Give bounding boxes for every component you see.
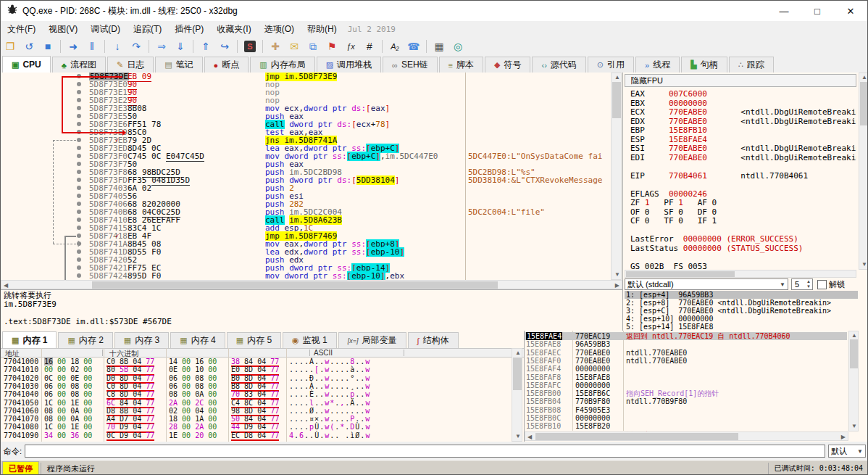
functions-icon[interactable]: ƒx: [342, 38, 359, 54]
unlock-checkbox[interactable]: [817, 280, 827, 289]
breakpoint-dot-icon[interactable]: [77, 257, 81, 262]
stack-row[interactable]: 15E8FB08F45905E3: [525, 406, 847, 414]
menu-3[interactable]: 追踪(T): [127, 21, 168, 38]
scroll-up-arrow[interactable]: ▲: [861, 75, 867, 80]
dump-row[interactable]: 7704101000 00 02 0080 5B 04 770E 00 10 0…: [1, 365, 511, 373]
dump-tab-内存 3[interactable]: ▦内存 3: [114, 332, 169, 348]
stack-row[interactable]: 15E8FAE896A59BB3: [525, 340, 847, 348]
step-out-icon[interactable]: ⇑: [197, 38, 214, 54]
breakpoint-dot-icon[interactable]: [77, 234, 81, 238]
scroll-right-arrow[interactable]: ▶: [615, 283, 619, 289]
run-to-user-code-icon[interactable]: ↪: [216, 38, 233, 54]
breakpoint-dot-icon[interactable]: [77, 249, 81, 254]
disassembly-pane[interactable]: 5D8F73DE✓EB 09jmp im.5D8F73E95D8F73E090n…: [1, 73, 623, 331]
tab-笔记[interactable]: ▤笔记: [155, 57, 202, 73]
dump-vscrollbar[interactable]: ▲ ▼: [512, 348, 522, 442]
tab-日志[interactable]: ✎日志: [107, 57, 154, 73]
comments-icon[interactable]: ✉: [285, 38, 303, 54]
disasm-row[interactable]: 5D8F7424895D F0mov dword ptr ss:[ebp-10]…: [1, 272, 611, 280]
argument-row[interactable]: 1: [esp+4] 96A59BB3: [625, 291, 858, 299]
regs-vscrollbar[interactable]: ▲ ▼: [859, 73, 868, 270]
scroll-down-arrow[interactable]: ▼: [614, 272, 620, 278]
tab-源代码[interactable]: ‹›源代码: [532, 57, 585, 73]
command-input[interactable]: [25, 445, 825, 458]
menu-7[interactable]: 帮助(H): [301, 21, 343, 38]
breakpoint-dot-icon[interactable]: [77, 178, 81, 182]
argument-row[interactable]: 2: [esp+8] 770EABE0 <ntdll.DbgUiRemoteBr…: [625, 299, 858, 307]
stop-icon[interactable]: ■: [39, 38, 57, 54]
menu-6[interactable]: 选项(O): [258, 21, 301, 38]
breakpoint-dot-icon[interactable]: [77, 106, 81, 110]
tab-符号[interactable]: ◆符号: [485, 57, 530, 73]
bookmarks-icon[interactable]: ⚑: [323, 38, 341, 54]
menu-0[interactable]: 文件(F): [1, 21, 42, 38]
tab-脚本[interactable]: ≡脚本: [439, 57, 483, 73]
disasm-vscrollbar[interactable]: ▲ ▼: [611, 73, 622, 280]
pause-icon[interactable]: ‖: [83, 38, 101, 54]
stack-vscrollbar[interactable]: ▲ ▼: [848, 331, 859, 431]
strings-icon[interactable]: A₂: [386, 38, 404, 54]
dump-tab-内存 5[interactable]: ▦内存 5: [227, 332, 281, 348]
breakpoint-dot-icon[interactable]: [77, 154, 81, 158]
stack-row[interactable]: 15E8FAFC00000000: [525, 381, 847, 389]
stack-pane[interactable]: 15E8FAE4770EAC19返回到 ntdll.770EAC19 自 ntd…: [524, 331, 859, 442]
register-line[interactable]: GS 002B FS 0053: [630, 263, 856, 270]
menu-1[interactable]: 视图(V): [42, 21, 84, 38]
register-line[interactable]: CF 0 TF 0 IF 1: [630, 217, 856, 226]
run-icon[interactable]: ➜: [64, 38, 82, 54]
tab-SEH链[interactable]: ∞SEH链: [383, 57, 438, 73]
calling-convention-combo[interactable]: 默认 (stdcall)▼: [625, 278, 788, 290]
command-type-combo[interactable]: 默认▼: [828, 445, 866, 458]
dump-row[interactable]: 7704106008 00 0A 00D8 8B 04 7702 00 04 0…: [1, 407, 511, 415]
patches-icon[interactable]: ✚: [267, 38, 284, 54]
tab-句柄[interactable]: ▙句柄: [681, 57, 727, 73]
maximize-button[interactable]: □: [801, 1, 834, 21]
internet-icon[interactable]: ◎: [449, 38, 467, 54]
dump-row[interactable]: 770410200C 00 0E 00D0 8D 04 7706 00 08 0…: [1, 374, 511, 382]
spinner-arrows-icon[interactable]: ▲▼: [806, 279, 812, 289]
menu-5[interactable]: 收藏夹(I): [210, 21, 257, 38]
menu-4[interactable]: 插件(P): [168, 21, 210, 38]
tab-断点[interactable]: ●断点: [204, 57, 249, 73]
dump-row[interactable]: 7704103006 00 08 00C0 8D 04 7706 00 08 0…: [1, 382, 511, 390]
stack-row[interactable]: 15E8FAF0770EABE0ntdll.770EABE0: [525, 357, 847, 365]
dump-tab-监视 1[interactable]: ◉监视 1: [283, 332, 337, 348]
scylla-icon[interactable]: S: [241, 38, 259, 54]
breakpoint-dot-icon[interactable]: [77, 186, 81, 190]
dump-tab-内存 1[interactable]: ▦内存 1: [2, 331, 57, 348]
breakpoint-dot-icon[interactable]: [77, 82, 81, 86]
stack-row[interactable]: 15E8FAEC770EABE0ntdll.770EABE0: [525, 349, 847, 357]
register-line[interactable]: EIP 770B4061 ntdll.770B4061: [630, 172, 856, 181]
regs-hscrollbar[interactable]: [625, 270, 856, 278]
register-line[interactable]: LastStatus 00000000 (STATUS_SUCCESS): [630, 244, 856, 254]
stack-row[interactable]: 15E8FAF815E8FAE8: [525, 373, 847, 381]
open-file-icon[interactable]: ❐: [1, 38, 19, 54]
breakpoint-dot-icon[interactable]: [77, 138, 81, 142]
dump-tab-结构体[interactable]: ∫结构体: [408, 332, 459, 348]
argument-row[interactable]: 3: [esp+C] 770EABE0 <ntdll.DbgUiRemoteBr…: [625, 307, 858, 315]
dump-row[interactable]: 7704100016 00 18 00C0 8B 04 7714 00 16 0…: [1, 358, 511, 365]
registers-pane[interactable]: 隐藏FPU EAX 007C6000EBX 00000000ECX 770EAB…: [623, 73, 868, 331]
scroll-right-arrow[interactable]: ▶: [841, 434, 846, 440]
disasm-hscrollbar[interactable]: ◀ ▶: [1, 280, 622, 289]
register-list[interactable]: EAX 007C6000EBX 00000000ECX 770EABE0 <nt…: [630, 90, 856, 270]
dump-tab-内存 4[interactable]: ▦内存 4: [170, 332, 225, 348]
breakpoint-dot-icon[interactable]: [77, 90, 81, 94]
minimize-button[interactable]: —: [767, 1, 801, 21]
breakpoint-dot-icon[interactable]: [77, 226, 81, 230]
scroll-up-arrow[interactable]: ▲: [515, 350, 521, 356]
scroll-up-arrow[interactable]: ▲: [614, 75, 620, 80]
dump-tab-局部变量[interactable]: [x=]局部变量: [338, 332, 406, 348]
scroll-down-arrow[interactable]: ▼: [861, 262, 867, 268]
stack-row[interactable]: 15E8FB1015E8FB20: [525, 422, 847, 430]
breakpoint-dot-icon[interactable]: [77, 146, 81, 150]
argument-row[interactable]: 5: [esp+14] 15E8FAE8: [625, 323, 858, 331]
breakpoint-dot-icon[interactable]: [77, 122, 81, 126]
breakpoint-dot-icon[interactable]: [77, 98, 81, 102]
breakpoint-dot-icon[interactable]: [77, 210, 81, 214]
breakpoint-dot-icon[interactable]: [77, 265, 81, 270]
execute-till-return-icon[interactable]: ⇓: [172, 38, 189, 54]
stack-row[interactable]: 15E8FAF400000000: [525, 365, 847, 373]
scroll-down-arrow[interactable]: ▼: [515, 434, 521, 439]
dump-tab-内存 2[interactable]: ▦内存 2: [58, 332, 112, 348]
